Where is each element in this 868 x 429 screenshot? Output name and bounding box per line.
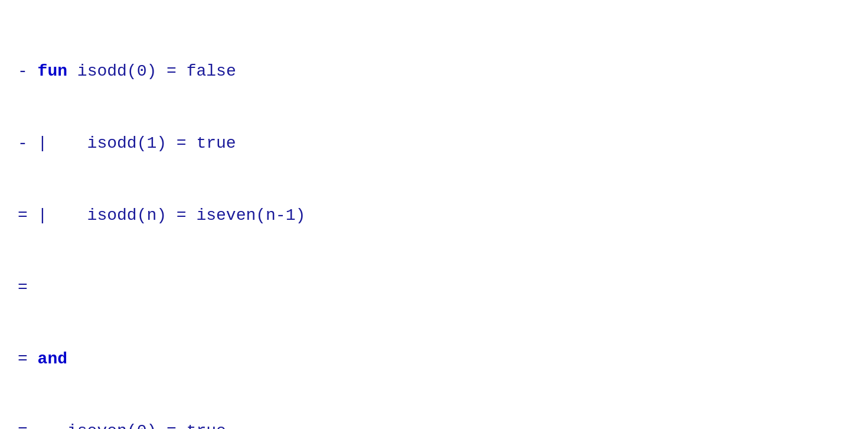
code-display: - fun isodd(0) = false - | isodd(1) = tr… — [18, 12, 850, 429]
code-line-2: - | isodd(1) = true — [18, 132, 850, 156]
code-line-3: = | isodd(n) = iseven(n-1) — [18, 204, 850, 228]
code-line-5: = and — [18, 347, 850, 372]
code-line-6: = iseven(0) = true — [18, 420, 850, 429]
code-line-4: = — [18, 276, 850, 300]
code-line-1: - fun isodd(0) = false — [18, 60, 850, 84]
